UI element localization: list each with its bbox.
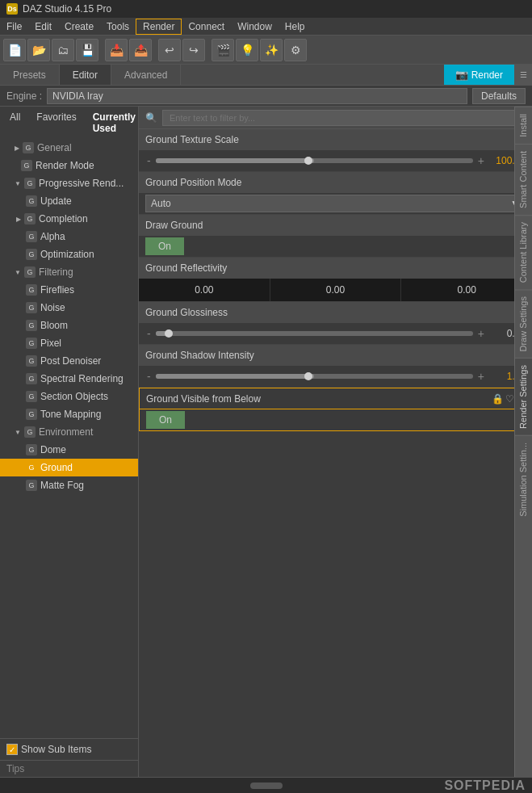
toolbar-new[interactable]: 📄 (3, 39, 26, 61)
engine-label: Engine : (6, 90, 42, 102)
item-icon-pixel: G (26, 338, 37, 349)
sidebar-item-dome[interactable]: G Dome (0, 441, 138, 459)
setting-control-ground-position-mode: Auto ▼ (139, 193, 532, 214)
toolbar-camera[interactable]: 🎬 (212, 39, 234, 61)
slider-shadow-intensity: - + 1.00 (145, 370, 526, 383)
slider-plus-texture-scale[interactable]: + (476, 154, 486, 167)
bottom-scrollbar[interactable] (250, 783, 283, 789)
value-cell-g[interactable]: 0.00 (270, 279, 402, 301)
value-cell-r[interactable]: 0.00 (139, 279, 270, 301)
sidebar-item-ground[interactable]: G Ground (0, 459, 138, 476)
tab-advanced[interactable]: Advanced (111, 65, 181, 85)
slider-minus-glossiness[interactable]: - (145, 327, 153, 340)
toggle-ground-visible-from-below[interactable]: On (146, 411, 185, 429)
item-icon-opt: G (26, 249, 37, 260)
sidebar-item-alpha[interactable]: G Alpha (0, 228, 138, 245)
setting-label-ground-visible-from-below: Ground Visible from Below 🔒 ♡ ⚙ (140, 388, 531, 409)
menu-create[interactable]: Create (58, 19, 100, 34)
item-icon-render-mode: G (21, 160, 32, 171)
toolbar-save[interactable]: 💾 (76, 39, 98, 61)
toolbar-settings[interactable]: ⚙ (284, 39, 307, 61)
sidebar-item-general[interactable]: ▶ G General (0, 139, 138, 157)
right-tab-draw-settings[interactable]: Draw Settings (515, 289, 532, 358)
right-tab-simulation-settings[interactable]: Simulation Settin... (515, 435, 532, 523)
tab-collapse[interactable]: ☰ (514, 65, 532, 85)
item-icon-env: G (24, 426, 36, 438)
sidebar-item-post-denoiser[interactable]: G Post Denoiser (0, 352, 138, 370)
right-tab-smart-content[interactable]: Smart Content (515, 144, 532, 215)
sidebar-item-spectral-rendering[interactable]: G Spectral Rendering (0, 370, 138, 388)
sidebar-favorites[interactable]: Favorites (33, 110, 79, 136)
right-tab-render-settings[interactable]: Render Settings (515, 358, 532, 435)
sidebar-item-progressive[interactable]: ▼ G Progressive Rend... (0, 174, 138, 192)
sidebar-item-filtering[interactable]: ▼ G Filtering (0, 263, 138, 281)
toolbar-redo[interactable]: ↪ (182, 39, 205, 61)
menu-edit[interactable]: Edit (28, 19, 58, 34)
toolbar-export[interactable]: 📤 (129, 39, 152, 61)
settings-area: Ground Texture Scale ⚙ - + 100.00 (139, 129, 532, 777)
sidebar-item-matte-fog[interactable]: G Matte Fog (0, 476, 138, 494)
show-sub-items-label: Show Sub Items (21, 744, 91, 755)
value-cells-reflectivity: 0.00 0.00 0.00 (139, 279, 532, 301)
slider-plus-glossiness[interactable]: + (476, 327, 486, 340)
slider-track-texture-scale[interactable] (156, 158, 473, 163)
menu-bar: File Edit Create Tools Render Connect Wi… (0, 18, 532, 36)
menu-help[interactable]: Help (279, 19, 312, 34)
slider-minus-texture-scale[interactable]: - (145, 154, 153, 167)
value-cell-b[interactable]: 0.00 (401, 279, 532, 301)
sidebar-item-environment[interactable]: ▼ G Environment (0, 423, 138, 441)
slider-plus-shadow[interactable]: + (476, 370, 486, 383)
toolbar: 📄 📂 🗂 💾 📥 📤 ↩ ↪ 🎬 💡 ✨ ⚙ (0, 36, 532, 65)
sidebar-item-optimization[interactable]: G Optimization (0, 245, 138, 263)
setting-control-ground-glossiness: - + 0.10 (139, 323, 532, 344)
slider-track-shadow[interactable] (156, 374, 473, 379)
sidebar-item-completion[interactable]: ▶ G Completion (0, 210, 138, 228)
slider-track-glossiness[interactable] (156, 331, 473, 336)
menu-window[interactable]: Window (231, 19, 279, 34)
sidebar-all[interactable]: All (6, 110, 23, 136)
sidebar-item-update[interactable]: G Update (0, 192, 138, 210)
sidebar-item-section-objects[interactable]: G Section Objects (0, 388, 138, 405)
sidebar-item-noise[interactable]: G Noise (0, 299, 138, 317)
right-tab-install[interactable]: Install (515, 107, 532, 144)
toolbar-light[interactable]: 💡 (236, 39, 258, 61)
arrow-icon-comp: ▶ (16, 216, 21, 223)
arrow-icon: ▶ (15, 145, 19, 152)
tab-editor[interactable]: Editor (60, 65, 111, 85)
arrow-icon-env: ▼ (15, 429, 21, 436)
sidebar-item-fireflies[interactable]: G Fireflies (0, 281, 138, 299)
right-tab-content-library[interactable]: Content Library (515, 215, 532, 289)
menu-render[interactable]: Render (136, 19, 182, 35)
filter-input[interactable] (162, 110, 526, 126)
arrow-icon-filt: ▼ (15, 269, 21, 276)
toolbar-import[interactable]: 📥 (105, 39, 128, 61)
toggle-draw-ground[interactable]: On (145, 237, 184, 255)
toolbar-undo[interactable]: ↩ (158, 39, 181, 61)
sidebar-item-tone-mapping[interactable]: G Tone Mapping (0, 405, 138, 423)
menu-file[interactable]: File (0, 19, 28, 34)
menu-tools[interactable]: Tools (100, 19, 136, 34)
sidebar: All Favorites Currently Used ▶ G General… (0, 107, 139, 777)
sidebar-item-render-mode[interactable]: G Render Mode (0, 157, 138, 174)
slider-minus-shadow[interactable]: - (145, 370, 153, 383)
engine-select[interactable]: NVIDIA Iray (47, 88, 467, 104)
sidebar-bottom: ✓ Show Sub Items (0, 738, 138, 760)
show-sub-items-checkbox[interactable]: ✓ Show Sub Items (6, 744, 91, 755)
tab-presets[interactable]: Presets (0, 65, 60, 85)
menu-connect[interactable]: Connect (182, 19, 231, 34)
toolbar-fx[interactable]: ✨ (260, 39, 283, 61)
sidebar-item-pixel[interactable]: G Pixel (0, 334, 138, 352)
item-icon-general: G (23, 142, 34, 153)
dropdown-position-mode[interactable]: Auto ▼ (145, 195, 526, 212)
sidebar-currently-used[interactable]: Currently Used (90, 110, 139, 136)
toolbar-open[interactable]: 📂 (27, 39, 50, 61)
item-icon-noise: G (26, 302, 37, 313)
toolbar-browse[interactable]: 🗂 (52, 39, 74, 61)
sidebar-item-bloom[interactable]: G Bloom (0, 317, 138, 334)
lock-icon[interactable]: 🔒 (492, 393, 504, 405)
slider-fill-shadow (156, 374, 315, 379)
render-button[interactable]: 📷 Render (444, 65, 514, 85)
heart-icon[interactable]: ♡ (505, 393, 514, 405)
setting-control-ground-visible-from-below: On (140, 409, 531, 430)
defaults-button[interactable]: Defaults (472, 88, 526, 104)
